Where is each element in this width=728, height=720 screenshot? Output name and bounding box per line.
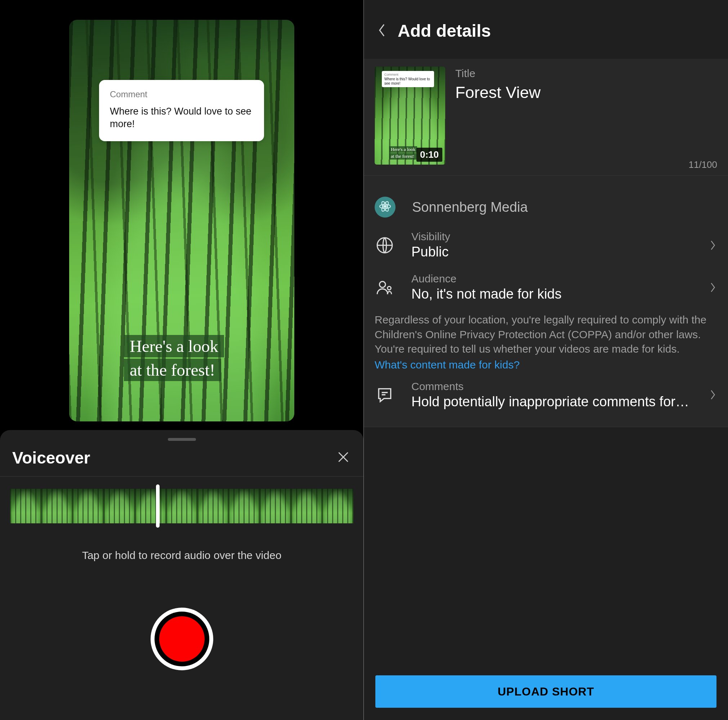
visibility-row[interactable]: Visibility Public xyxy=(375,224,717,266)
thumbnail-caption-line-2: at the forest! xyxy=(389,153,416,159)
timeline-frame xyxy=(10,489,41,523)
thumbnail-caption-line-1: Here's a look xyxy=(389,146,417,153)
globe-icon xyxy=(375,235,395,255)
channel-avatar xyxy=(375,197,396,217)
settings-list: Sonnenberg Media Visibility Public xyxy=(364,176,728,427)
record-icon xyxy=(154,611,209,666)
record-hint: Tap or hold to record audio over the vid… xyxy=(0,549,364,561)
visibility-value: Public xyxy=(411,244,692,260)
chevron-right-icon xyxy=(708,240,717,251)
timeline-frame xyxy=(228,489,260,523)
caption-overlay[interactable]: Here's a look at the forest! xyxy=(124,333,224,381)
audience-icon xyxy=(375,277,395,298)
timeline-frame xyxy=(135,489,167,523)
back-button[interactable] xyxy=(375,24,389,38)
upload-short-button[interactable]: UPLOAD SHORT xyxy=(375,675,716,708)
comment-icon xyxy=(375,385,395,405)
timeline-frame xyxy=(322,489,353,523)
thumbnail-comment-body: Where is this? Would love to see more! xyxy=(384,77,431,86)
page-title: Add details xyxy=(398,21,491,41)
title-meta: Title Forest View xyxy=(455,67,717,165)
video-thumbnail[interactable]: Comment Where is this? Would love to see… xyxy=(375,67,445,165)
coppa-note: Regardless of your location, you're lega… xyxy=(375,308,717,359)
timeline-frame xyxy=(197,489,229,523)
svg-point-5 xyxy=(379,281,385,287)
title-value[interactable]: Forest View xyxy=(455,83,717,102)
add-details-pane: Add details Comment Where is this? Would… xyxy=(364,0,728,720)
atom-icon xyxy=(379,200,392,214)
close-button[interactable] xyxy=(335,450,351,466)
comment-sticker-label: Comment xyxy=(110,89,253,99)
title-section[interactable]: Comment Where is this? Would love to see… xyxy=(364,59,728,176)
chevron-right-icon xyxy=(708,282,717,293)
timeline-frame xyxy=(104,489,135,523)
voiceover-title: Voiceover xyxy=(12,448,90,468)
title-label: Title xyxy=(455,67,717,79)
comments-value: Hold potentially inappropriate comments … xyxy=(411,394,692,410)
sheet-header: Voiceover xyxy=(0,448,364,477)
channel-name: Sonnenberg Media xyxy=(412,200,717,215)
comment-sticker-body: Where is this? Would love to see more! xyxy=(110,105,253,130)
voiceover-editor-pane: Comment Where is this? Would love to see… xyxy=(0,0,364,720)
chevron-right-icon xyxy=(708,389,717,400)
comment-sticker[interactable]: Comment Where is this? Would love to see… xyxy=(99,80,264,141)
close-icon xyxy=(336,450,350,465)
details-header: Add details xyxy=(364,0,728,59)
video-preview-container: Comment Where is this? Would love to see… xyxy=(0,0,364,432)
audience-label: Audience xyxy=(411,273,692,285)
thumbnail-comment-sticker: Comment Where is this? Would love to see… xyxy=(382,71,434,87)
thumbnail-comment-label: Comment xyxy=(384,73,431,76)
svg-point-0 xyxy=(384,205,387,208)
thumbnail-caption: Here's a look at the forest! xyxy=(389,146,417,159)
record-button[interactable] xyxy=(151,608,213,670)
caption-line-2: at the forest! xyxy=(124,359,221,381)
svg-point-6 xyxy=(388,286,391,290)
channel-row[interactable]: Sonnenberg Media xyxy=(375,190,717,224)
timeline-frame xyxy=(260,489,291,523)
comments-row[interactable]: Comments Hold potentially inappropriate … xyxy=(375,371,717,416)
video-preview[interactable]: Comment Where is this? Would love to see… xyxy=(69,20,294,421)
timeline-frame xyxy=(291,489,323,523)
caption-line-1: Here's a look xyxy=(124,335,224,357)
audience-row[interactable]: Audience No, it's not made for kids xyxy=(375,266,717,308)
title-char-count: 11/100 xyxy=(688,159,717,170)
visibility-label: Visibility xyxy=(411,231,692,243)
thumbnail-duration-badge: 0:10 xyxy=(416,148,442,162)
timeline-frame xyxy=(41,489,73,523)
timeline-frame xyxy=(72,489,104,523)
timeline-frame xyxy=(166,489,197,523)
voiceover-sheet: Voiceover Tap or hold to record audio ov… xyxy=(0,430,364,720)
video-timeline[interactable] xyxy=(10,489,353,523)
audience-value: No, it's not made for kids xyxy=(411,286,692,302)
comments-label: Comments xyxy=(411,381,692,393)
timeline-playhead[interactable] xyxy=(156,485,159,528)
sheet-drag-handle[interactable] xyxy=(168,438,196,441)
coppa-link[interactable]: What's content made for kids? xyxy=(375,359,717,371)
chevron-left-icon xyxy=(377,23,387,39)
